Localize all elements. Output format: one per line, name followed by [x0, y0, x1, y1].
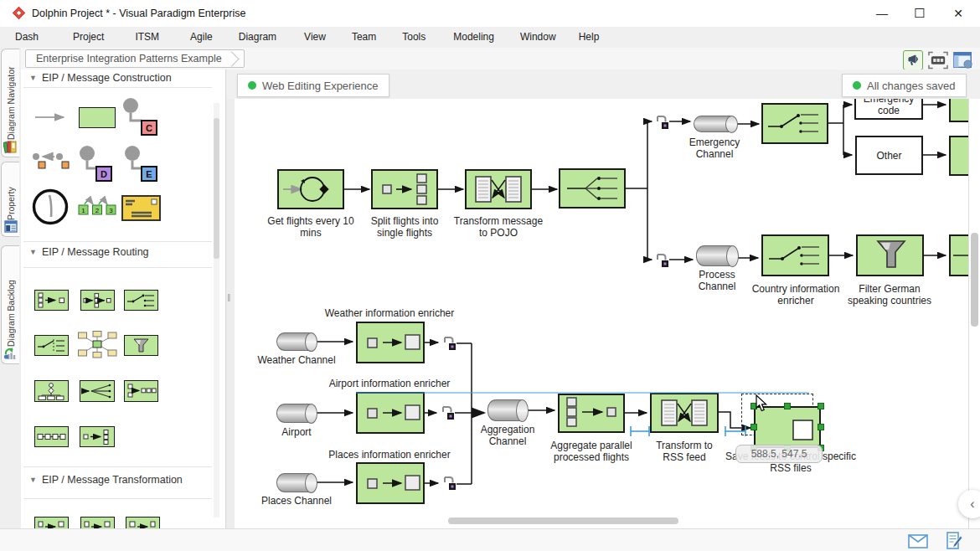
palette-shape-content-based-router[interactable]	[124, 290, 158, 311]
announcement-button[interactable]	[903, 50, 923, 70]
property-grid-icon	[4, 220, 18, 233]
resize-handle-ne[interactable]	[818, 403, 824, 409]
tab-label: Enterprise Integration Patterns Example	[36, 53, 222, 64]
horizontal-scrollbar-thumb[interactable]	[448, 518, 678, 524]
palette-shape-composed-processor[interactable]	[124, 380, 158, 402]
command-message-letter[interactable]: C	[141, 120, 157, 136]
panel-resizer[interactable]: ∥	[226, 70, 235, 528]
palette-shape-message-rect[interactable]	[79, 107, 116, 128]
title-bar: Dolphin Project * - Visual Paradigm Ente…	[0, 0, 980, 28]
svg-text:2: 2	[95, 207, 100, 214]
layout-window-button[interactable]	[953, 50, 973, 70]
resize-handle-n[interactable]	[784, 403, 791, 409]
collapse-arrow-icon: ▼	[29, 248, 37, 256]
divider	[23, 466, 212, 467]
collapse-arrow-icon: ▼	[29, 74, 37, 82]
side-tab-strip: Diagram Navigator Property Diagram Backl…	[0, 48, 21, 528]
collapse-arrow-icon: ▼	[29, 476, 37, 484]
compose-document-icon[interactable]	[946, 531, 962, 550]
shape-palette-panel: ▼ EIP / Message Construction C D E	[21, 70, 226, 528]
palette-shape-filter-funnel[interactable]	[124, 335, 158, 356]
badge-label: Web Editing Experience	[262, 80, 379, 92]
palette-shape-envelope[interactable]	[121, 195, 161, 221]
palette-shape-envelope-wrapper[interactable]	[34, 517, 69, 528]
document-message-letter[interactable]: D	[95, 166, 112, 182]
divider	[23, 241, 212, 242]
divider	[23, 87, 212, 88]
tab-chevron-icon	[224, 51, 239, 66]
books-icon	[3, 140, 18, 153]
badge-label: All changes saved	[867, 80, 956, 92]
menu-dash[interactable]: Dash	[6, 27, 48, 48]
status-dot-icon	[248, 81, 256, 90]
megaphone-icon	[907, 54, 920, 66]
event-message-letter[interactable]: E	[141, 166, 157, 182]
palette-shape-request-reply[interactable]	[31, 152, 73, 173]
palette-shape-content-filter[interactable]	[126, 517, 160, 528]
tab-label: Diagram Navigator	[6, 54, 16, 140]
menu-modeling[interactable]: Modeling	[444, 27, 503, 48]
resizer-grip-icon[interactable]: ∥	[227, 293, 231, 301]
application-window: Dolphin Project * - Visual Paradigm Ente…	[0, 0, 980, 551]
palette-scrollbar-thumb[interactable]	[214, 118, 219, 259]
status-bar	[0, 528, 980, 551]
sidebar-tab-property[interactable]: Property	[1, 162, 19, 237]
palette-shape-recipient-list[interactable]	[80, 380, 115, 402]
menu-view[interactable]: View	[295, 27, 335, 48]
palette-shape-message-expiration[interactable]	[32, 188, 70, 226]
maximize-button[interactable]: ☐	[907, 3, 932, 23]
sidebar-tab-diagram-backlog[interactable]: Diagram Backlog	[1, 245, 19, 364]
status-dot-icon	[853, 81, 861, 90]
menu-diagram[interactable]: Diagram	[230, 27, 286, 48]
resize-handle-w[interactable]	[750, 424, 757, 430]
visual-paradigm-logo-icon	[11, 5, 27, 21]
palette-shape-dynamic-router[interactable]	[78, 331, 117, 358]
palette-shape-routing-slip[interactable]	[34, 380, 69, 402]
coordinates-tooltip: 588.5, 547.5	[735, 445, 823, 463]
section-title: EIP / Message Construction	[42, 72, 172, 84]
divider	[23, 498, 212, 499]
diagram-canvas[interactable]: Get flights every 10 mins Split flights …	[235, 99, 969, 528]
window-layout-icon	[953, 50, 973, 70]
section-header-message-routing[interactable]: ▼ EIP / Message Routing	[29, 246, 149, 258]
collapse-panel-button[interactable]: ‹	[958, 490, 980, 518]
palette-shape-scatter-gather[interactable]	[80, 426, 115, 447]
divider	[23, 267, 212, 268]
tab-label: Diagram Backlog	[6, 251, 16, 347]
diagram-tab-bar: Enterprise Integration Patterns Example	[21, 48, 980, 70]
section-header-message-construction[interactable]: ▼ EIP / Message Construction	[29, 72, 172, 84]
menu-project[interactable]: Project	[64, 27, 113, 48]
section-title: EIP / Message Transformation	[42, 474, 183, 486]
svg-text:3: 3	[109, 207, 113, 214]
menu-bar: Dash Project ITSM Agile Diagram View Tea…	[0, 27, 980, 49]
palette-shape-message-sequence[interactable]: 123	[78, 193, 116, 217]
fit-frame-button[interactable]	[928, 50, 948, 70]
minimize-button[interactable]: —	[869, 3, 895, 23]
palette-shape-message-link[interactable]	[34, 111, 70, 123]
close-button[interactable]: ✕	[946, 3, 971, 23]
backlog-icon	[3, 347, 18, 360]
wire-tap-icon	[756, 408, 819, 446]
frame-marquee-icon	[928, 51, 948, 70]
palette-shape-process-manager[interactable]	[34, 426, 69, 447]
palette-shape-aggregator[interactable]	[34, 290, 69, 311]
window-title: Dolphin Project * - Visual Paradigm Ente…	[32, 8, 245, 19]
mouse-cursor-icon	[756, 394, 769, 413]
vertical-scrollbar-thumb[interactable]	[971, 233, 978, 327]
section-header-message-transformation[interactable]: ▼ EIP / Message Transformation	[29, 474, 183, 486]
palette-shape-message-filter[interactable]	[34, 335, 69, 356]
web-editing-badge: Web Editing Experience	[237, 74, 389, 97]
sidebar-tab-diagram-navigator[interactable]: Diagram Navigator	[1, 49, 19, 157]
menu-agile[interactable]: Agile	[181, 27, 222, 48]
seq-1: 1	[81, 207, 85, 214]
palette-shape-content-enricher[interactable]	[80, 517, 115, 528]
mail-icon[interactable]	[908, 534, 928, 548]
menu-team[interactable]: Team	[343, 27, 385, 48]
tab-eip-example[interactable]: Enterprise Integration Patterns Example	[25, 49, 245, 68]
menu-help[interactable]: Help	[570, 27, 609, 48]
palette-shape-splitter[interactable]	[80, 290, 115, 311]
menu-tools[interactable]: Tools	[393, 27, 435, 48]
menu-window[interactable]: Window	[511, 27, 565, 48]
resize-handle-e[interactable]	[818, 424, 824, 430]
menu-itsm[interactable]: ITSM	[126, 27, 168, 48]
